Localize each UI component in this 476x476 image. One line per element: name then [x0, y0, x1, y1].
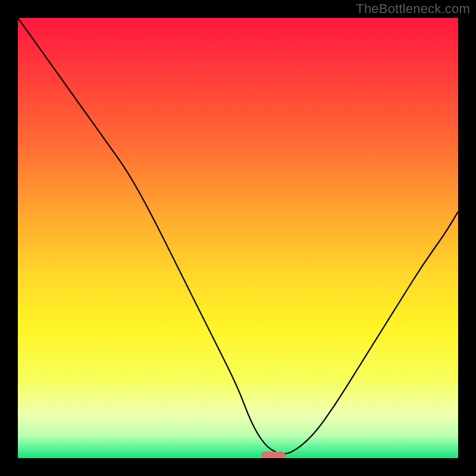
- bottleneck-chart: [18, 18, 458, 458]
- plot-background: [18, 18, 458, 458]
- chart-frame: TheBottleneck.com: [0, 0, 476, 476]
- optimal-marker: [261, 452, 286, 458]
- watermark-text: TheBottleneck.com: [356, 1, 470, 17]
